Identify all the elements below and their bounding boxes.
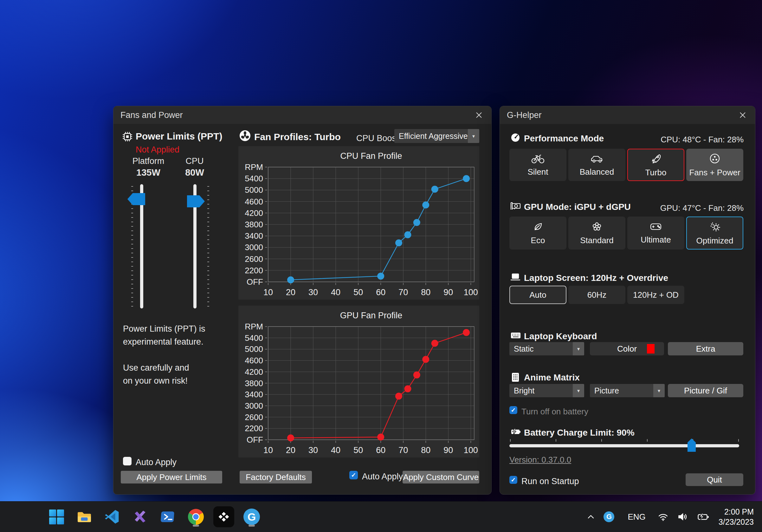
- power-auto-apply-checkbox[interactable]: [123, 457, 131, 465]
- volume-icon[interactable]: [677, 512, 688, 521]
- keyboard-mode-dropdown[interactable]: Static: [509, 342, 584, 355]
- screen-button-60hz[interactable]: 60Hz: [568, 286, 625, 304]
- gamepad-icon: [649, 222, 662, 232]
- mode-button-fans-power[interactable]: Fans + Power: [686, 149, 743, 181]
- tidal-button[interactable]: [213, 506, 234, 527]
- chevron-down-icon[interactable]: [573, 342, 584, 355]
- chevron-down-icon[interactable]: [653, 384, 665, 397]
- gpu-mode-heading: GPU Mode: iGPU + dGPU: [524, 202, 631, 212]
- turn-off-on-battery-checkbox[interactable]: [509, 406, 517, 414]
- platform-slider-thumb[interactable]: [127, 193, 145, 205]
- cpu-boost-label: CPU Boost: [356, 133, 399, 143]
- gpu-temp-status: GPU: 47°C - Fan: 28%: [660, 203, 744, 213]
- svg-text:40: 40: [331, 445, 341, 455]
- gpu-button-label: Ultimate: [641, 235, 671, 245]
- svg-text:4600: 4600: [245, 356, 263, 365]
- gpu-button-optimized[interactable]: Optimized: [686, 216, 743, 250]
- svg-text:20: 20: [286, 445, 295, 455]
- mode-button-label: Balanced: [580, 167, 614, 177]
- run-on-startup-checkbox[interactable]: [509, 476, 517, 484]
- mode-button-balanced[interactable]: Balanced: [568, 149, 625, 181]
- screen-button-label: 120Hz + OD: [633, 290, 679, 300]
- chevron-down-icon[interactable]: [468, 129, 479, 143]
- gpu-button-standard[interactable]: Standard: [568, 216, 625, 250]
- gpu-fan-curve-chart[interactable]: GPU Fan Profile102030405060708090100RPM5…: [238, 306, 479, 458]
- svg-text:5000: 5000: [245, 185, 263, 195]
- car-icon: [590, 153, 604, 164]
- cpu-slider-thumb[interactable]: [187, 195, 205, 207]
- keyboard-color-button[interactable]: Color: [590, 342, 664, 355]
- picture-gif-button[interactable]: Picture / Gif: [668, 384, 743, 397]
- matrix-content-value: Picture: [590, 386, 653, 395]
- clock-date: 3/23/2023: [719, 517, 754, 527]
- svg-text:5400: 5400: [245, 174, 263, 183]
- wifi-icon[interactable]: [658, 512, 668, 521]
- speedometer-icon: [510, 132, 521, 143]
- laptop-screen-heading: Laptop Screen: 120Hz + Overdrive: [524, 273, 668, 283]
- tray-chevron-up-icon[interactable]: [587, 514, 595, 519]
- matrix-brightness-value: Bright: [509, 386, 573, 395]
- chip-icon: [122, 131, 133, 142]
- fans-window-titlebar[interactable]: Fans and Power: [114, 106, 491, 124]
- svg-text:40: 40: [331, 287, 341, 297]
- gpu-button-label: Eco: [531, 236, 545, 245]
- windows-start-icon: [49, 509, 64, 524]
- file-explorer-button[interactable]: [74, 506, 95, 527]
- language-indicator[interactable]: ENG: [628, 512, 646, 522]
- svg-text:3000: 3000: [245, 243, 263, 252]
- cpu-boost-dropdown[interactable]: Efficient Aggressive: [394, 129, 479, 143]
- svg-text:2200: 2200: [245, 423, 263, 433]
- svg-text:3400: 3400: [245, 231, 263, 241]
- taskbar-clock[interactable]: 2:00 PM 3/23/2023: [719, 507, 754, 527]
- battery-tray-icon[interactable]: [697, 512, 710, 521]
- ghelper-taskbar-button[interactable]: G: [241, 506, 262, 527]
- svg-text:10: 10: [264, 445, 273, 455]
- mode-button-turbo[interactable]: Turbo: [627, 149, 684, 181]
- chrome-icon: [188, 509, 204, 525]
- fan-icon: [239, 130, 251, 142]
- gpu-button-eco[interactable]: Eco: [509, 216, 567, 250]
- curve-auto-apply-checkbox[interactable]: [349, 471, 358, 479]
- svg-text:2200: 2200: [245, 266, 263, 275]
- ghelper-tray-icon[interactable]: G: [603, 511, 614, 522]
- folder-icon: [76, 510, 93, 524]
- taskbar: G G ENG 2:00 PM 3/23/2023: [0, 501, 762, 532]
- start-button[interactable]: [46, 506, 67, 527]
- svg-text:80: 80: [421, 445, 430, 455]
- terminal-button[interactable]: [158, 506, 179, 527]
- version-link[interactable]: Version: 0.37.0.0: [509, 455, 571, 465]
- ghelper-close-button[interactable]: [737, 110, 748, 120]
- cpu-slider-ticks: [207, 186, 209, 308]
- chevron-down-icon[interactable]: [573, 384, 584, 397]
- fans-window-close-button[interactable]: [474, 110, 484, 120]
- screen-button-auto[interactable]: Auto: [509, 286, 567, 304]
- svg-text:10: 10: [264, 287, 273, 297]
- svg-text:5000: 5000: [245, 344, 263, 354]
- chrome-button[interactable]: [186, 506, 206, 527]
- svg-text:3800: 3800: [245, 220, 263, 229]
- cpu-fan-curve-chart[interactable]: CPU Fan Profile102030405060708090100RPM5…: [238, 146, 479, 300]
- ghelper-titlebar[interactable]: G-Helper: [500, 106, 755, 124]
- mode-button-silent[interactable]: Silent: [509, 149, 567, 181]
- visual-studio-button[interactable]: [130, 506, 151, 527]
- factory-defaults-button[interactable]: Factory Defaults: [240, 471, 312, 484]
- screen-button-120hz-od[interactable]: 120Hz + OD: [627, 286, 684, 304]
- keyboard-extra-button[interactable]: Extra: [668, 342, 743, 355]
- svg-text:RPM: RPM: [245, 162, 263, 172]
- quit-button[interactable]: Quit: [686, 473, 743, 486]
- gpu-button-ultimate[interactable]: Ultimate: [627, 216, 684, 250]
- matrix-content-dropdown[interactable]: Picture: [590, 384, 665, 397]
- rocket-icon: [650, 153, 662, 165]
- battery-charging-icon: [510, 427, 521, 436]
- matrix-brightness-dropdown[interactable]: Bright: [509, 384, 584, 397]
- platform-label: Platform: [126, 156, 171, 166]
- flower-icon: [591, 221, 603, 232]
- apply-power-limits-button[interactable]: Apply Power Limits: [121, 471, 222, 484]
- apply-custom-curve-button[interactable]: Apply Custom Curve: [403, 471, 479, 484]
- vscode-button[interactable]: [102, 506, 123, 527]
- curve-auto-apply-label: Auto Apply: [362, 472, 403, 482]
- fan-circle-icon: [709, 153, 721, 165]
- battery-slider-track[interactable]: [509, 444, 739, 447]
- ghelper-window: G-Helper Performance Mode CPU: 48°C - Fa…: [499, 106, 755, 494]
- svg-text:OFF: OFF: [247, 277, 263, 287]
